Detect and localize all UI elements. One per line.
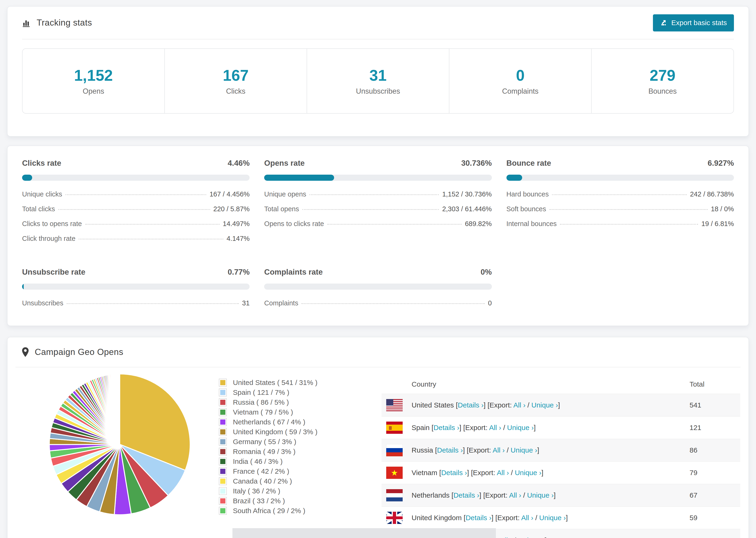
rate-value: 0.77% (228, 268, 250, 277)
rate-detail-value: 689.82% (465, 220, 492, 228)
rate-detail-label: Opens to clicks rate (264, 220, 324, 228)
details-link[interactable]: Details › (437, 446, 463, 454)
export-unique-link[interactable]: Unique › (511, 446, 537, 454)
dotted-leader (66, 194, 206, 195)
legend-label: India ( 46 / 3% ) (233, 457, 283, 465)
rate-progress-fill (507, 175, 522, 181)
country-total: 121 (689, 424, 740, 432)
details-link[interactable]: Details › (441, 469, 467, 476)
stat-label: Clicks (226, 87, 245, 95)
geo-table-row: Netherlands [Details ›] [Export: All › /… (382, 484, 740, 506)
rate-progress-fill (264, 175, 334, 181)
rate-detail-value: 0 (488, 299, 492, 307)
export-all-link[interactable]: All › (509, 491, 521, 499)
stat-value: 1,152 (74, 67, 113, 84)
geo-table-row: United Kingdom [Details ›] [Export: All … (382, 506, 740, 529)
geo-pie-chart (47, 372, 192, 517)
rate-block-complaints-rate: Complaints rate0%Complaints0 (264, 268, 492, 310)
geo-table-row: Russia [Details ›] [Export: All › / Uniq… (382, 439, 740, 461)
rate-detail-value: 220 / 5.87% (213, 205, 250, 213)
legend-label: United States ( 541 / 31% ) (233, 379, 317, 387)
rate-detail-value: 242 / 86.738% (690, 190, 734, 198)
legend-label: Vietnam ( 79 / 5% ) (233, 408, 293, 416)
export-button-label: Export basic stats (671, 19, 727, 27)
legend-item: United Kingdom ( 59 / 3% ) (219, 427, 317, 437)
export-unique-link[interactable]: Unique › (531, 401, 558, 409)
rate-progress-fill (22, 175, 32, 181)
campaign-geo-opens-card: Campaign Geo Opens United States ( 541 /… (7, 337, 749, 538)
export-unique-link[interactable]: Unique › (539, 514, 566, 521)
map-pin-icon (21, 347, 29, 357)
export-basic-stats-button[interactable]: Export basic stats (653, 14, 734, 31)
rate-detail-row: Opens to clicks rate689.82% (264, 216, 492, 231)
rate-detail-row: Total clicks220 / 5.87% (22, 202, 249, 216)
legend-label: United Kingdom ( 59 / 3% ) (233, 428, 317, 436)
rate-value: 30.736% (461, 159, 492, 168)
stat-label: Complaints (502, 87, 538, 95)
rate-value: 6.927% (708, 159, 734, 168)
dotted-leader (302, 209, 439, 210)
legend-item: India ( 46 / 3% ) (219, 457, 317, 466)
geo-title: Campaign Geo Opens (35, 347, 123, 357)
country-name: Netherlands (411, 491, 450, 499)
country-name: United Kingdom (411, 514, 461, 521)
country-total: 79 (689, 469, 740, 477)
rate-detail-label: Complaints (264, 299, 298, 307)
stat-label: Opens (82, 87, 104, 95)
export-all-link[interactable]: All › (500, 536, 512, 538)
tracking-stats-title-wrap: Tracking stats (22, 18, 92, 28)
rate-block-opens-rate: Opens rate30.736%Unique opens1,152 / 30.… (264, 159, 492, 246)
export-all-link[interactable]: All › (489, 424, 501, 431)
rate-detail-value: 14.497% (223, 220, 250, 228)
rate-detail-row: Clicks to opens rate14.497% (22, 216, 249, 231)
rate-detail-row: Total opens2,303 / 61.446% (264, 202, 492, 216)
export-all-link[interactable]: All › (513, 401, 526, 409)
dotted-leader (327, 224, 461, 225)
rate-title: Opens rate (264, 159, 304, 168)
legend-swatch (219, 507, 227, 515)
details-link[interactable]: Details › (433, 424, 459, 431)
export-unique-link[interactable]: Unique › (507, 424, 534, 431)
legend-item: Vietnam ( 79 / 5% ) (219, 407, 317, 417)
nl-flag-icon (386, 489, 403, 501)
country-total: 67 (689, 491, 740, 499)
tracking-stats-card: Tracking stats Export basic stats 1,152O… (7, 6, 749, 136)
legend-item: Romania ( 49 / 3% ) (219, 447, 317, 457)
legend-label: Italy ( 36 / 2% ) (233, 487, 280, 495)
dotted-leader (79, 239, 223, 240)
rate-detail-row: Unique clicks167 / 4.456% (22, 187, 249, 202)
next-section-strip (233, 528, 496, 538)
country-name: Spain (411, 424, 430, 431)
rate-detail-label: Unsubscribes (22, 299, 63, 307)
page: Tracking stats Export basic stats 1,152O… (0, 0, 756, 538)
export-all-link[interactable]: All › (497, 469, 509, 476)
details-link[interactable]: Details › (465, 514, 491, 521)
export-all-link[interactable]: All › (493, 446, 505, 454)
es-flag-icon (386, 422, 403, 434)
us-flag-icon (386, 399, 403, 411)
export-unique-link[interactable]: Unique › (518, 536, 545, 538)
export-all-link[interactable]: All › (521, 514, 533, 521)
summary-stats-row: 1,152Opens167Clicks31Unsubscribes0Compla… (22, 48, 734, 114)
rate-detail-label: Unique opens (264, 190, 306, 198)
rate-block-clicks-rate: Clicks rate4.46%Unique clicks167 / 4.456… (22, 159, 249, 246)
bar-chart-icon (22, 18, 31, 27)
export-unique-link[interactable]: Unique › (515, 469, 541, 476)
dotted-leader (549, 209, 708, 210)
legend-swatch (219, 418, 227, 426)
country-cell: United Kingdom [Details ›] [Export: All … (411, 514, 689, 522)
rate-progress-track (22, 175, 249, 181)
details-link[interactable]: Details › (453, 491, 479, 499)
stat-box-opens: 1,152Opens (23, 49, 165, 113)
legend-swatch (219, 487, 227, 495)
legend-swatch (219, 448, 227, 456)
rate-detail-row: Internal bounces19 / 6.81% (507, 216, 734, 231)
details-link[interactable]: Details › (458, 401, 484, 409)
export-unique-link[interactable]: Unique › (527, 491, 554, 499)
rate-detail-value: 4.147% (227, 235, 249, 242)
country-total: 86 (689, 446, 740, 454)
dotted-leader (301, 303, 485, 304)
rate-detail-label: Hard bounces (507, 190, 549, 198)
legend-item: Netherlands ( 67 / 4% ) (219, 417, 317, 427)
rate-detail-value: 1,152 / 30.736% (442, 190, 492, 198)
